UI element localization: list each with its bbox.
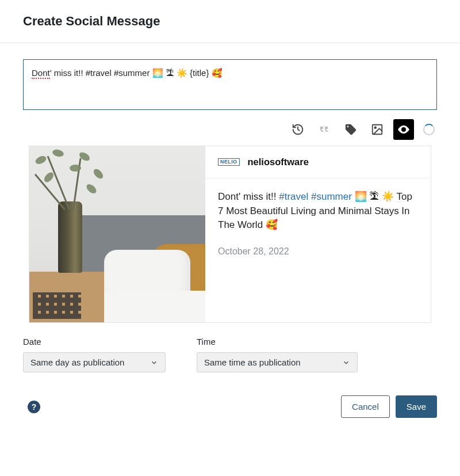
date-select[interactable]: Same day as publication: [23, 352, 166, 372]
preview-date: October 28, 2022: [205, 244, 431, 269]
editor-toolbar: [23, 119, 437, 140]
spell-error: Dont: [32, 68, 50, 79]
date-label: Date: [23, 337, 166, 346]
preview-header: NELIO neliosoftware: [205, 146, 431, 178]
modal-title: Create Social Message: [23, 14, 437, 29]
modal-header: Create Social Message: [0, 0, 460, 43]
chevron-down-icon: [150, 359, 158, 367]
date-value: Same day as publication: [30, 357, 124, 367]
history-icon[interactable]: [288, 119, 308, 140]
quote-icon[interactable]: [314, 119, 335, 140]
time-select[interactable]: Same time as publication: [197, 352, 358, 372]
brand-logo: NELIO: [218, 158, 240, 166]
loading-spinner-icon: [423, 124, 435, 135]
eye-icon[interactable]: [393, 119, 414, 140]
modal-body: Dont' miss it!! #travel #summer 🌅 🏝 ☀️ {…: [0, 43, 460, 372]
preview-message: Dont' miss it!! #travel #summer 🌅 🏝 ☀️ T…: [205, 178, 431, 244]
time-label: Time: [197, 337, 358, 346]
preview-image: [29, 146, 205, 322]
schedule-fields: Date Same day as publication Time Same t…: [23, 337, 437, 372]
modal-footer: ? Cancel Save: [0, 372, 460, 434]
help-glyph: ?: [32, 402, 37, 412]
date-field: Date Same day as publication: [23, 337, 166, 372]
message-text-rest: ' miss it!! #travel #summer 🌅 🏝 ☀️ {titl…: [50, 68, 223, 78]
time-value: Same time as publication: [204, 357, 301, 367]
chevron-down-icon: [342, 359, 350, 367]
svg-point-2: [402, 128, 405, 131]
hashtag-link[interactable]: #travel: [279, 191, 308, 202]
svg-point-1: [374, 127, 376, 128]
preview-text-prefix: Dont' miss it!!: [218, 191, 279, 202]
message-textarea[interactable]: Dont' miss it!! #travel #summer 🌅 🏝 ☀️ {…: [23, 59, 437, 110]
preview-content: NELIO neliosoftware Dont' miss it!! #tra…: [205, 146, 431, 322]
hashtag-link[interactable]: #summer: [311, 191, 352, 202]
preview-emojis: 🌅 🏝 ☀️: [352, 191, 397, 202]
cancel-button[interactable]: Cancel: [341, 395, 390, 418]
image-icon[interactable]: [367, 119, 388, 140]
help-icon[interactable]: ?: [28, 401, 40, 413]
save-button[interactable]: Save: [396, 395, 437, 418]
tag-icon[interactable]: [340, 119, 361, 140]
preview-username: neliosoftware: [248, 157, 309, 167]
time-field: Time Same time as publication: [197, 337, 358, 372]
social-preview: NELIO neliosoftware Dont' miss it!! #tra…: [29, 146, 431, 323]
